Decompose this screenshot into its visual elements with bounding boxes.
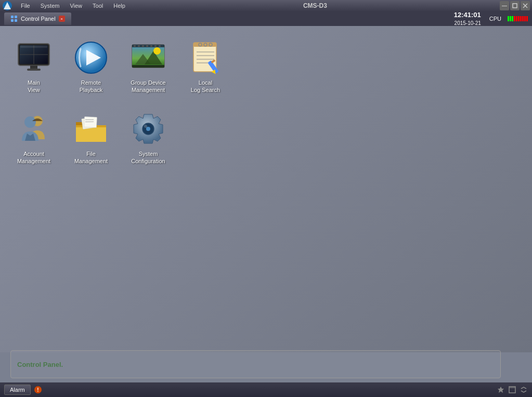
window-controls xyxy=(500,1,530,10)
tab-close-button[interactable]: × xyxy=(59,16,65,22)
cpu-bar xyxy=(508,16,528,21)
svg-point-47 xyxy=(24,116,36,128)
alarm-button[interactable]: Alarm xyxy=(4,385,31,395)
remote-playback-icon xyxy=(73,39,109,76)
main-view-icon xyxy=(16,39,52,76)
local-log-search-icon-item[interactable]: LocalLog Search xyxy=(182,36,229,97)
main-view-label: MainView xyxy=(28,79,40,94)
clock-time: 12:41:01 xyxy=(454,11,481,20)
alarm-status-icon: ! xyxy=(34,386,42,394)
svg-text:!: ! xyxy=(37,387,38,393)
clock-date: 2015-10-21 xyxy=(454,20,481,27)
bottom-right-controls xyxy=(497,386,528,394)
menu-bar: File System View Tool Help CMS-D3 xyxy=(0,0,532,11)
collapse-icon[interactable] xyxy=(520,386,528,394)
tab-control-panel[interactable]: Control Panel × xyxy=(4,12,71,25)
file-mgmt-label: FileManagement xyxy=(74,150,108,165)
main-view-icon-item[interactable]: MainView xyxy=(10,36,57,97)
bottom-bar: Alarm ! xyxy=(0,382,532,397)
status-box: Control Panel. xyxy=(10,350,501,378)
icon-row-1: MainView Remo xyxy=(10,36,522,97)
remote-playback-label: RemotePlayback xyxy=(80,79,103,94)
group-device-mgmt-label: Group DeviceManagement xyxy=(131,79,165,94)
pin-icon[interactable] xyxy=(497,386,505,394)
svg-rect-9 xyxy=(15,19,17,22)
cpu-label: CPU xyxy=(489,16,501,22)
window-control-buttons xyxy=(500,1,530,10)
minimize-button[interactable] xyxy=(500,1,509,10)
svg-rect-32 xyxy=(154,45,157,47)
svg-point-55 xyxy=(144,125,147,128)
svg-rect-29 xyxy=(142,45,144,47)
svg-rect-59 xyxy=(509,387,515,388)
menu-system[interactable]: System xyxy=(35,0,65,11)
local-log-search-label: LocalLog Search xyxy=(191,79,220,94)
file-mgmt-icon xyxy=(73,111,109,147)
status-text: Control Panel. xyxy=(17,361,63,368)
system-config-icon xyxy=(130,111,166,147)
menu-view[interactable]: View xyxy=(64,0,87,11)
menu-tool[interactable]: Tool xyxy=(87,0,108,11)
group-device-mgmt-icon-item[interactable]: Group DeviceManagement xyxy=(125,36,172,97)
icon-row-2: AccountManagement FileMan xyxy=(10,108,522,168)
account-mgmt-label: AccountManagement xyxy=(17,150,50,165)
file-mgmt-icon-item[interactable]: FileManagement xyxy=(68,108,114,168)
tab-bar: Control Panel × 12:41:01 2015-10-21 CPU xyxy=(0,11,532,26)
close-button[interactable] xyxy=(521,1,530,10)
app-title: CMS-D3 xyxy=(131,2,500,9)
svg-rect-17 xyxy=(20,46,47,48)
remote-playback-icon-item[interactable]: RemotePlayback xyxy=(68,36,114,97)
group-device-mgmt-icon xyxy=(130,39,166,76)
svg-rect-7 xyxy=(15,16,17,18)
svg-rect-26 xyxy=(132,65,164,68)
svg-rect-3 xyxy=(513,4,517,8)
app-logo xyxy=(2,1,12,11)
status-bar: Control Panel. xyxy=(0,346,532,382)
svg-rect-33 xyxy=(159,45,161,47)
tab-icon xyxy=(10,15,18,22)
svg-rect-8 xyxy=(11,19,14,22)
svg-rect-31 xyxy=(150,45,152,47)
svg-rect-28 xyxy=(138,45,140,47)
svg-point-54 xyxy=(146,127,150,131)
svg-point-24 xyxy=(153,47,161,55)
menu-help[interactable]: Help xyxy=(108,0,131,11)
account-mgmt-icon xyxy=(16,111,52,147)
main-content: MainView Remo xyxy=(0,26,532,352)
svg-rect-30 xyxy=(146,45,148,47)
menu-file[interactable]: File xyxy=(16,0,35,11)
svg-rect-16 xyxy=(27,69,41,71)
svg-rect-27 xyxy=(134,45,136,47)
svg-rect-2 xyxy=(502,6,507,6)
window-icon[interactable] xyxy=(508,386,516,394)
svg-rect-15 xyxy=(30,65,37,69)
maximize-button[interactable] xyxy=(510,1,520,10)
svg-rect-6 xyxy=(11,16,14,18)
local-log-search-icon xyxy=(187,39,224,76)
account-mgmt-icon-item[interactable]: AccountManagement xyxy=(10,108,57,168)
system-config-icon-item[interactable]: SystemConfiguration xyxy=(125,108,172,168)
svg-rect-49 xyxy=(84,116,97,127)
clock-display: 12:41:01 2015-10-21 xyxy=(454,11,481,27)
system-config-label: SystemConfiguration xyxy=(131,150,165,165)
tab-label: Control Panel xyxy=(21,16,56,22)
